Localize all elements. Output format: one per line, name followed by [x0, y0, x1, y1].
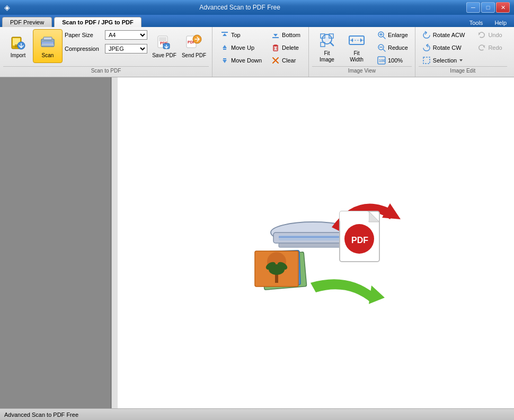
delete-icon [271, 43, 280, 52]
move-up-icon [220, 43, 229, 52]
image-view-label: Image View [312, 66, 412, 75]
svg-rect-4 [41, 40, 54, 42]
fit-image-icon [318, 32, 335, 49]
import-button[interactable]: Import [3, 29, 33, 63]
enlarge-icon [377, 31, 386, 39]
redo-icon [477, 43, 486, 52]
scan-to-pdf-group: Import Scan Paper Size A4 [0, 27, 212, 77]
svg-rect-16 [272, 37, 279, 38]
top-icon [220, 31, 229, 39]
selection-dropdown-icon[interactable] [459, 58, 463, 62]
image-edit-buttons: Rotate ACW Rotate CW Selection [419, 29, 469, 66]
send-pdf-icon: PDF [185, 34, 202, 51]
vertical-scrollbar[interactable] [111, 77, 118, 408]
window-title: Advanced Scan to PDF Free [13, 4, 466, 11]
enlarge-button[interactable]: Enlarge [374, 29, 412, 41]
fit-width-button[interactable]: FitWidth [342, 29, 371, 66]
reduce-button[interactable]: Reduce [374, 42, 412, 53]
save-pdf-button[interactable]: PDF Save PDF [149, 29, 179, 63]
menu-tools[interactable]: Tools [464, 19, 489, 27]
zoom-100-button[interactable]: 100 100% [374, 55, 412, 66]
svg-rect-17 [273, 46, 278, 51]
app-illustration: PDF [223, 164, 409, 323]
tabs-bar: PDF Preview Scan to PDF / JPG to PDF Too… [0, 15, 514, 27]
svg-line-22 [330, 42, 333, 46]
arrange-buttons: Top Move Up Move Down [212, 27, 308, 66]
paper-settings: Paper Size A4 Compression JPEG [65, 29, 147, 55]
fit-width-icon [348, 32, 365, 49]
paper-size-row: Paper Size A4 [65, 30, 147, 40]
image-edit-top: Rotate ACW Rotate CW Selection [415, 27, 510, 66]
rotate-acw-icon [422, 31, 431, 39]
clear-icon [271, 56, 280, 65]
bottom-icon [271, 31, 280, 39]
move-down-button[interactable]: Move Down [217, 55, 265, 66]
fit-image-button[interactable]: FitImage [312, 29, 342, 66]
svg-rect-42 [279, 243, 348, 247]
svg-line-33 [383, 49, 385, 51]
content-area: PDF [118, 77, 514, 408]
image-view-group: FitImage FitWidth [309, 27, 415, 77]
tab-scan-to-pdf[interactable]: Scan to PDF / JPG to PDF [54, 17, 141, 27]
zoom-buttons: Enlarge Reduce 100 100% [374, 29, 412, 66]
image-view-top: FitImage FitWidth [309, 27, 415, 66]
arrange-group: Top Move Up Move Down [212, 27, 309, 77]
fit-image-label: FitImage [320, 50, 334, 63]
compression-row: Compression JPEG [65, 44, 147, 53]
import-label: Import [11, 52, 25, 59]
clear-button[interactable]: Clear [268, 55, 304, 66]
top-button[interactable]: Top [217, 29, 265, 41]
thumbnail-panel [0, 77, 111, 408]
fit-width-label: FitWidth [350, 50, 364, 63]
redo-button: Redo [473, 42, 507, 53]
title-bar: ◈ Advanced Scan to PDF Free ─ □ ✕ [0, 0, 514, 15]
scan-button[interactable]: Scan [33, 29, 63, 63]
rotate-cw-button[interactable]: Rotate CW [419, 42, 469, 53]
scan-icon [39, 34, 56, 51]
svg-line-29 [383, 37, 385, 39]
compression-label: Compression [65, 46, 102, 52]
arrange-col2: Bottom Delete Cle [268, 29, 304, 66]
svg-rect-44 [340, 211, 369, 222]
svg-rect-37 [423, 57, 430, 64]
image-edit-label: Image Edit [419, 66, 507, 75]
send-pdf-button[interactable]: PDF Send PDF [179, 29, 209, 63]
move-down-icon [220, 56, 229, 65]
window-controls: ─ □ ✕ [466, 2, 510, 13]
undo-icon [477, 31, 486, 39]
rotate-cw-icon [422, 43, 431, 52]
selection-button[interactable]: Selection [419, 55, 469, 66]
ribbon: Import Scan Paper Size A4 [0, 27, 514, 77]
rotate-acw-button[interactable]: Rotate ACW [419, 29, 469, 41]
main-area: PDF [0, 77, 514, 408]
svg-rect-9 [159, 37, 166, 41]
svg-text:100: 100 [379, 59, 385, 62]
menu-help[interactable]: Help [489, 19, 512, 27]
maximize-button[interactable]: □ [481, 2, 495, 13]
svg-rect-6 [41, 44, 54, 46]
scan-label: Scan [42, 52, 54, 59]
svg-rect-15 [221, 32, 228, 33]
minimize-button[interactable]: ─ [466, 2, 480, 13]
save-pdf-label: Save PDF [152, 52, 176, 59]
tab-pdf-preview[interactable]: PDF Preview [2, 17, 52, 27]
zoom-100-icon: 100 [377, 56, 386, 65]
bottom-button[interactable]: Bottom [268, 29, 304, 41]
paper-size-select[interactable]: A4 [105, 30, 147, 40]
image-edit-group: Rotate ACW Rotate CW Selection [415, 27, 510, 77]
selection-icon [422, 56, 431, 65]
move-up-button[interactable]: Move Up [217, 42, 265, 53]
compression-select[interactable]: JPEG [105, 44, 147, 53]
svg-rect-41 [279, 236, 348, 238]
scan-group-top: Import Scan Paper Size A4 [0, 27, 212, 66]
svg-text:PDF: PDF [351, 236, 368, 245]
status-text: Advanced Scan to PDF Free [4, 412, 78, 418]
status-bar: Advanced Scan to PDF Free [0, 408, 514, 420]
delete-button[interactable]: Delete [268, 42, 304, 53]
undo-redo: Undo Redo [473, 29, 507, 53]
svg-rect-5 [43, 37, 52, 40]
welcome-graphic: PDF [118, 77, 514, 408]
close-button[interactable]: ✕ [496, 2, 510, 13]
arrange-col: Top Move Up Move Down [217, 29, 265, 66]
scan-pdf-group-label: Scan to PDF [3, 66, 209, 75]
